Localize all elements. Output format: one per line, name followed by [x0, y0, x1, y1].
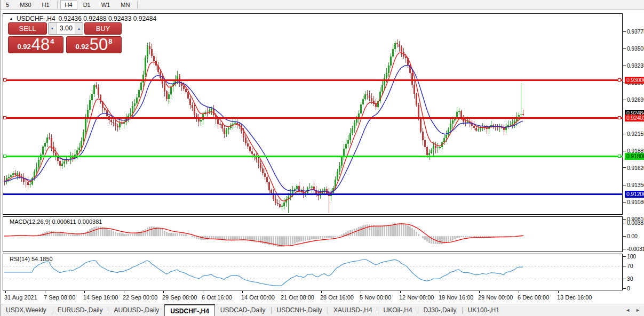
mt4-window: 5M30H1H4D1W1MN ▲ USDCHF-,H4 0.92436 0.92… — [0, 0, 644, 316]
chart-symbol-label: USDCHF-,H4 — [17, 15, 55, 22]
price-badge-blue: 0.91206 — [625, 191, 644, 198]
toolbar-separator — [57, 1, 58, 9]
time-axis-label: 7 Sep 08:00 — [44, 294, 75, 301]
horizontal-level-line[interactable] — [3, 117, 623, 119]
time-axis-label: 13 Dec 16:00 — [557, 294, 592, 301]
time-axis-tick — [163, 291, 164, 293]
time-axis[interactable]: 31 Aug 20217 Sep 08:0014 Sep 16:0022 Sep… — [3, 291, 644, 303]
time-axis-tick — [558, 291, 559, 293]
tab-dj30-daily[interactable]: DJ30-,Daily — [418, 304, 462, 316]
time-axis-tick — [84, 291, 85, 293]
timeframe-5[interactable]: 5 — [1, 0, 14, 10]
sell-price-box[interactable]: 0.92 48 4 — [8, 36, 63, 53]
price-axis-tick — [623, 66, 626, 66]
volume-increase-icon[interactable]: ▲ — [75, 23, 83, 34]
price-axis-label: 0.93775 — [627, 28, 644, 35]
one-click-trading-panel: SELL ▼ 3.00 ▲ BUY 0.92 48 4 0.92 50 8 — [8, 22, 122, 53]
volume-input[interactable]: 3.00 — [57, 23, 75, 34]
chart-title: ▲ USDCHF-,H4 0.92436 0.92488 0.92433 0.9… — [9, 15, 156, 22]
tab-audusd-daily[interactable]: AUDUSD-,Daily — [108, 304, 164, 316]
rsi-chart — [3, 254, 622, 290]
price-axis-label: 0.92695 — [627, 96, 644, 103]
price-axis-tick — [623, 100, 626, 100]
time-axis-tick — [5, 291, 6, 293]
timeframe-mn[interactable]: MN — [116, 0, 134, 10]
time-axis-tick — [321, 291, 322, 293]
chart-window: ▲ USDCHF-,H4 0.92436 0.92488 0.92433 0.9… — [1, 11, 644, 303]
tab-ukoil-h4[interactable]: UKOil-,H4 — [378, 304, 418, 316]
macd-label: MACD(12,26,9) 0.000611 0.000381 — [10, 218, 102, 225]
timeframe-d1[interactable]: D1 — [78, 0, 96, 10]
timeframe-w1[interactable]: W1 — [97, 0, 115, 10]
rsi-label: RSI(14) 54.1850 — [10, 256, 53, 262]
time-axis-label: 6 Oct 16:00 — [202, 294, 232, 301]
price-axis[interactable]: 0.937750.935050.932350.929650.926950.921… — [623, 13, 644, 303]
price-axis-label: 0.91620 — [627, 165, 644, 171]
tab-uk100-h1[interactable]: UK100-,H1 — [463, 304, 505, 316]
rsi-axis-tick — [623, 256, 626, 257]
time-axis-tick — [282, 291, 282, 293]
time-axis-tick — [361, 291, 361, 293]
volume-spinner: ▼ 3.00 ▲ — [48, 22, 83, 35]
macd-axis-tick — [623, 223, 626, 223]
sell-price-sup: 4 — [50, 37, 54, 45]
line-marker-left[interactable] — [3, 155, 6, 158]
rsi-axis-tick — [623, 266, 626, 266]
tab-xauusd-h4[interactable]: XAUUSD-,H4 — [328, 304, 378, 316]
timeframe-h4[interactable]: H4 — [60, 0, 77, 10]
tab-usdchf-h4[interactable]: USDCHF-,H4 — [164, 304, 215, 316]
buy-button[interactable]: BUY — [84, 22, 122, 35]
line-marker-left[interactable] — [3, 78, 6, 82]
volume-decrease-icon[interactable]: ▼ — [49, 23, 57, 34]
price-axis-label: 0.93235 — [627, 62, 644, 69]
macd-axis-label: 0.00 — [627, 233, 638, 239]
tab-scroll-left-icon[interactable]: ◄ — [625, 307, 630, 313]
timeframe-m30[interactable]: M30 — [15, 0, 36, 10]
time-axis-label: 21 Oct 08:00 — [281, 294, 314, 301]
tab-scroll-right-icon[interactable]: ► — [635, 307, 640, 313]
timeframe-h1[interactable]: H1 — [37, 0, 54, 10]
toolbar-separator — [137, 1, 138, 9]
sell-button[interactable]: SELL — [8, 22, 47, 35]
time-axis-label: 29 Nov 00:00 — [478, 294, 513, 301]
time-axis-tick — [203, 291, 203, 293]
line-marker-right[interactable] — [618, 155, 621, 158]
buy-price-box[interactable]: 0.92 50 8 — [66, 36, 122, 53]
time-axis-label: 19 Nov 16:00 — [439, 294, 473, 301]
price-axis-tick — [623, 185, 626, 185]
time-axis-tick — [242, 291, 243, 293]
time-axis-tick — [519, 291, 519, 293]
chart-tab-bar: USDX,WeeklyEURUSD-,DailyAUDUSD-,DailyUSD… — [1, 304, 644, 316]
rsi-axis-label: 30 — [627, 276, 633, 282]
price-axis-label: 0.91080 — [627, 199, 644, 205]
tab-usdcad-daily[interactable]: USDCAD-,Daily — [215, 304, 271, 316]
price-axis-tick — [623, 134, 626, 134]
one-click-collapse-icon[interactable]: ▲ — [9, 17, 13, 21]
time-axis-tick — [479, 291, 480, 293]
line-marker-right[interactable] — [618, 78, 621, 82]
rsi-axis-tick — [623, 279, 626, 279]
sell-price-big: 48 — [31, 37, 50, 52]
tab-usdx-weekly[interactable]: USDX,Weekly — [1, 304, 52, 316]
time-axis-tick — [45, 291, 45, 293]
line-marker-right[interactable] — [618, 116, 621, 119]
price-axis-tick — [623, 31, 626, 32]
price-axis-tick — [623, 48, 626, 49]
horizontal-level-line[interactable] — [3, 193, 623, 195]
buy-price-sup: 8 — [108, 37, 112, 45]
price-axis-label: 0.91350 — [627, 182, 644, 188]
time-axis-label: 31 Aug 2021 — [4, 294, 37, 301]
horizontal-level-line[interactable] — [3, 79, 623, 81]
chart-ohlc-values: 0.92436 0.92488 0.92433 0.92484 — [59, 15, 157, 22]
buy-price-prefix: 0.92 — [75, 43, 89, 51]
time-axis-label: 28 Oct 16:00 — [320, 294, 354, 301]
price-badge-red: 0.92403 — [625, 115, 644, 121]
rsi-axis-label: 70 — [627, 263, 633, 269]
line-marker-left[interactable] — [3, 116, 6, 119]
tab-eurusd-daily[interactable]: EURUSD-,Daily — [52, 304, 108, 316]
price-axis-tick — [623, 219, 626, 220]
price-axis-label: 0.92155 — [627, 131, 644, 137]
tab-usdcnh-daily[interactable]: USDCNH-,Daily — [272, 304, 328, 316]
horizontal-level-line[interactable] — [3, 156, 623, 157]
price-badge-red: 0.93006 — [625, 77, 644, 84]
